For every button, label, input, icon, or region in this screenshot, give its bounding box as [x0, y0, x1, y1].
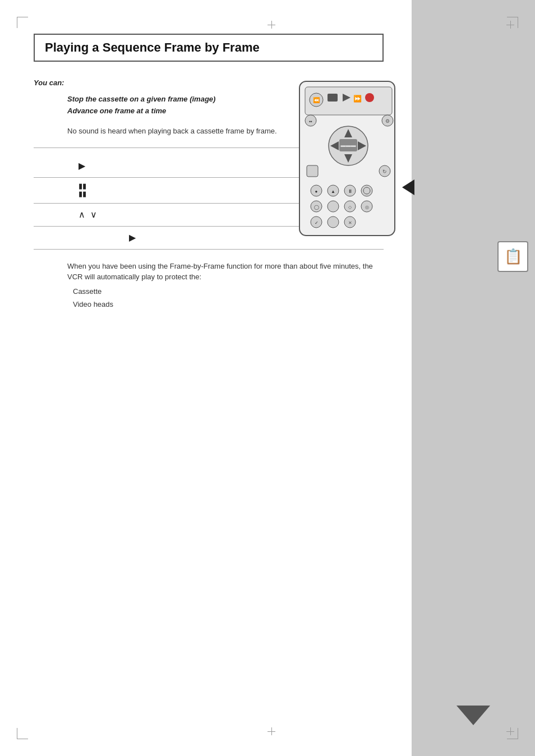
- svg-text:▪▪: ▪▪: [309, 119, 312, 124]
- bottom-triangle: [456, 706, 490, 725]
- bottom-triangle-container: [454, 706, 493, 725]
- right-panel: [412, 0, 535, 756]
- svg-rect-4: [328, 94, 338, 102]
- play-icon: ▶: [79, 161, 85, 170]
- crosshair-br: [506, 727, 514, 735]
- note-item-2: Video heads: [73, 298, 384, 311]
- page-title: Playing a Sequence Frame by Frame: [45, 40, 372, 55]
- note-list: Cassette Video heads: [67, 285, 384, 311]
- svg-text:◯: ◯: [314, 205, 319, 210]
- crosshair-tr: [506, 21, 514, 29]
- remote-svg: ⏪ ⏩ ▪▪ ⚙ ▬▬▬: [297, 79, 400, 241]
- svg-text:↻: ↻: [382, 169, 387, 174]
- svg-point-39: [328, 216, 339, 228]
- svg-text:⏪: ⏪: [313, 96, 320, 104]
- svg-text:⏩: ⏩: [353, 94, 362, 103]
- notebook-glyph: 📋: [504, 248, 522, 265]
- svg-point-28: [361, 185, 372, 196]
- svg-text:▲: ▲: [331, 189, 335, 194]
- svg-text:⚙: ⚙: [385, 118, 390, 124]
- svg-text:◎: ◎: [365, 205, 369, 210]
- play-icon-2: ▶: [129, 233, 136, 242]
- note-item-1: Cassette: [73, 285, 384, 298]
- black-arrow: [402, 179, 414, 195]
- notebook-icon: 📋: [497, 241, 528, 272]
- svg-text:●: ●: [315, 189, 318, 194]
- note-text: When you have been using the Frame-by-Fr…: [67, 261, 384, 283]
- svg-point-32: [328, 201, 339, 212]
- svg-text:⏸: ⏸: [348, 188, 353, 194]
- svg-text:◇: ◇: [348, 205, 352, 210]
- svg-text:▬▬▬: ▬▬▬: [341, 142, 356, 148]
- svg-point-7: [365, 93, 374, 102]
- updown-icons: ∧ ∨: [79, 210, 97, 219]
- note-section: When you have been using the Frame-by-Fr…: [67, 261, 384, 311]
- svg-text:✕: ✕: [348, 220, 352, 225]
- svg-rect-19: [307, 165, 318, 177]
- title-box: Playing a Sequence Frame by Frame: [34, 34, 384, 62]
- svg-text:✓: ✓: [315, 220, 319, 225]
- remote-control: ⏪ ⏩ ▪▪ ⚙ ▬▬▬: [297, 79, 400, 241]
